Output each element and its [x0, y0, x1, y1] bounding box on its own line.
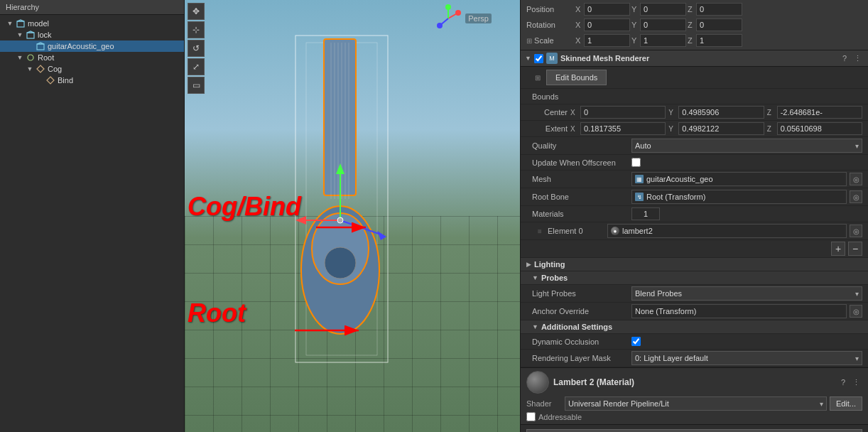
anchor-override-select-button[interactable]: ◎ [850, 305, 862, 318]
svg-point-12 [455, 10, 461, 16]
rotation-z-label: Z [688, 21, 695, 29]
additional-settings-title: Additional Settings [541, 323, 612, 331]
material-add-button[interactable]: + [831, 242, 845, 256]
hierarchy-item-Cog[interactable]: Cog [0, 63, 184, 75]
update-offscreen-checkbox[interactable] [631, 158, 641, 167]
hierarchy-item-Bind[interactable]: Bind [0, 75, 184, 86]
additional-settings-header[interactable]: ▼ Additional Settings [521, 320, 868, 334]
extent-z-input[interactable] [777, 122, 862, 135]
rotation-x-input[interactable] [584, 18, 630, 31]
inspector-scroll-area: ▼ M Skinned Mesh Renderer ? ⋮ ⊞ Edit Bou… [521, 50, 868, 432]
addressable-checkbox[interactable] [526, 412, 536, 421]
edit-shader-button[interactable]: Edit... [830, 396, 862, 411]
root-bone-select-button[interactable]: ◎ [850, 190, 862, 203]
dynamic-occlusion-checkbox[interactable] [631, 337, 641, 346]
extent-y-input[interactable] [678, 122, 764, 135]
svg-point-20 [325, 247, 356, 279]
bounds-center-xyz: X Y Z [570, 106, 862, 119]
scale-label: ⊞ Scale [526, 36, 573, 45]
edit-bounds-row: ⊞ Edit Bounds [521, 67, 868, 89]
bounds-center-x-field: X [570, 106, 666, 119]
move-tool-button[interactable]: ⊹ [188, 21, 205, 38]
shader-dropdown[interactable]: Universal Render Pipeline/Lit [565, 396, 827, 411]
position-z-input[interactable] [696, 3, 742, 16]
center-z-input[interactable] [777, 106, 862, 119]
material-select-button[interactable]: ◎ [850, 225, 862, 237]
light-probes-row: Light Probes Blend Probes [521, 285, 868, 303]
anchor-override-ref[interactable]: None (Transform) [631, 304, 847, 318]
scale-z-input[interactable] [696, 34, 742, 47]
scale-z-label: Z [688, 36, 695, 45]
root-bone-ref[interactable]: ↯ Root (Transform) [631, 190, 847, 204]
material-shader-row: Shader Universal Render Pipeline/Lit Edi… [526, 396, 862, 411]
rendering-layer-row: Rendering Layer Mask 0: Light Layer defa… [521, 350, 868, 367]
rect-tool-button[interactable]: ▭ [188, 77, 205, 94]
hierarchy-panel: Hierarchy modellockguitarAcoustic_geoRoo… [0, 0, 185, 432]
bounds-extent-label: Extent [532, 124, 568, 133]
svg-point-14 [437, 23, 443, 28]
probes-fold-arrow: ▼ [532, 274, 538, 281]
material-element-ref[interactable]: ● lambert2 [607, 224, 847, 238]
quality-dropdown[interactable]: Auto [631, 139, 862, 153]
bounds-label-row: Bounds [521, 89, 868, 104]
tree-arrow-model [6, 19, 14, 28]
svg-marker-5 [37, 43, 44, 44]
extent-x-input[interactable] [580, 122, 666, 135]
position-x-input[interactable] [584, 3, 630, 16]
hierarchy-item-Root[interactable]: Root [0, 52, 184, 63]
edit-bounds-icon: ⊞ [532, 74, 543, 82]
light-probes-dropdown[interactable]: Blend Probes [631, 286, 862, 301]
tree-label-Root: Root [38, 53, 54, 62]
center-x-input[interactable] [580, 106, 666, 119]
rotation-x-label: X [575, 21, 582, 29]
add-component-section: Add Component [521, 424, 868, 432]
position-x-label: X [575, 5, 582, 14]
hierarchy-item-guitarAcoustic_geo[interactable]: guitarAcoustic_geo [0, 40, 184, 52]
hierarchy-item-model[interactable]: model [0, 18, 184, 29]
mesh-select-button[interactable]: ◎ [850, 173, 862, 185]
smr-settings-button[interactable]: ⋮ [852, 54, 864, 63]
svg-marker-1 [17, 20, 24, 21]
bounds-center-row: Center X Y Z [521, 104, 868, 121]
mesh-object-ref[interactable]: ▦ guitarAcoustic_geo [631, 172, 847, 186]
scale-x-input[interactable] [584, 34, 630, 47]
position-y-input[interactable] [640, 3, 686, 16]
hand-tool-button[interactable]: ✥ [188, 3, 205, 20]
materials-count-input[interactable] [631, 207, 660, 220]
svg-marker-8 [47, 77, 54, 84]
tree-icon-Root [26, 53, 36, 63]
center-y-input[interactable] [678, 106, 764, 119]
materials-header-row: Materials [521, 206, 868, 222]
material-element-label: Element 0 [548, 227, 604, 235]
extent-y-axis: Y [668, 125, 677, 133]
viewport[interactable]: ✥ ⊹ ↺ ⤢ ▭ Persp [185, 0, 520, 432]
dynamic-occlusion-value [631, 337, 862, 346]
scale-tool-button[interactable]: ⤢ [188, 58, 205, 75]
svg-rect-0 [17, 21, 24, 27]
add-component-button[interactable]: Add Component [526, 429, 862, 432]
material-settings-button[interactable]: ⋮ [850, 378, 862, 387]
probes-section-header[interactable]: ▼ Probes [521, 271, 868, 285]
rendering-layer-dropdown[interactable]: 0: Light Layer default [631, 351, 862, 365]
skinned-mesh-renderer-header[interactable]: ▼ M Skinned Mesh Renderer ? ⋮ [521, 50, 868, 67]
rotation-y-input[interactable] [640, 18, 686, 31]
lighting-section-header[interactable]: ▶ Lighting [521, 258, 868, 271]
position-xyz: X Y Z [575, 3, 862, 16]
dynamic-occlusion-row: Dynamic Occlusion [521, 334, 868, 350]
scale-y-input[interactable] [640, 34, 686, 47]
position-row: Position X Y Z [526, 1, 862, 17]
scale-row: ⊞ Scale X Y Z [526, 33, 862, 48]
material-remove-button[interactable]: − [848, 242, 862, 256]
tree-label-lock: lock [38, 31, 52, 39]
rotate-tool-button[interactable]: ↺ [188, 40, 205, 57]
smr-enabled-checkbox[interactable] [534, 54, 543, 63]
anchor-override-label: Anchor Override [532, 307, 631, 315]
hierarchy-item-lock[interactable]: lock [0, 29, 184, 40]
material-help-button[interactable]: ? [839, 378, 847, 387]
bounds-center-label: Center [532, 108, 568, 117]
edit-bounds-button[interactable]: Edit Bounds [546, 70, 607, 85]
smr-help-button[interactable]: ? [840, 54, 849, 63]
rotation-z-input[interactable] [696, 18, 742, 31]
root-bone-value: ↯ Root (Transform) ◎ [631, 190, 862, 204]
center-x-axis: X [570, 109, 579, 117]
